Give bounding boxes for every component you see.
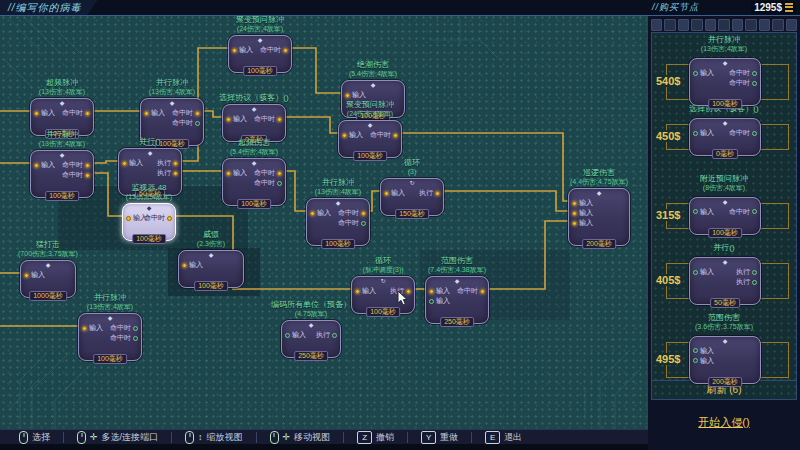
graph-node[interactable]: ◆输入命中时0毫秒 bbox=[689, 118, 761, 156]
graph-node[interactable]: ◆输入命中时命中时100毫秒 bbox=[306, 198, 370, 246]
input-port[interactable]: 输入 bbox=[285, 331, 306, 339]
output-port[interactable]: 命中时 bbox=[338, 219, 366, 227]
output-port[interactable]: 命中时 bbox=[62, 171, 90, 179]
shop-item[interactable]: 并行脉冲(13伤害;4敌军)540$◆输入命中时命中时100毫秒 bbox=[652, 33, 796, 102]
output-port[interactable]: 执行 bbox=[157, 169, 178, 177]
shop-tab[interactable] bbox=[691, 19, 702, 31]
shop-item[interactable]: 范围伤害(3.6伤害;3.75敌军)495$◆输入输入200毫秒 bbox=[652, 311, 796, 380]
output-port[interactable]: 命中时 bbox=[172, 109, 200, 117]
input-port[interactable]: 输入 bbox=[34, 161, 55, 169]
input-port[interactable]: 输入 bbox=[226, 115, 247, 123]
input-port[interactable]: 输入 bbox=[310, 209, 331, 217]
graph-node[interactable]: ◆输入输入输入200毫秒 bbox=[568, 188, 630, 246]
graph-node[interactable]: ◆输入输入200毫秒 bbox=[689, 336, 761, 384]
graph-node[interactable]: ◆输入命中时100毫秒 bbox=[228, 35, 292, 73]
input-port[interactable]: 输入 bbox=[693, 357, 714, 365]
graph-node[interactable]: ◆输入命中时100毫秒 bbox=[30, 98, 94, 136]
output-port[interactable]: 命中时 bbox=[338, 209, 366, 217]
input-port[interactable]: 输入 bbox=[693, 268, 714, 276]
shop-item[interactable]: 附近预问脉冲(8伤害;4敌军)315$◆输入命中时100毫秒 bbox=[652, 172, 796, 241]
output-port[interactable]: 命中时 bbox=[254, 169, 282, 177]
output-port[interactable]: 执行 bbox=[419, 189, 440, 197]
input-port[interactable]: 输入 bbox=[82, 324, 103, 332]
input-port[interactable]: 输入 bbox=[572, 199, 593, 207]
output-port[interactable]: 命中时 bbox=[370, 131, 398, 139]
port-dot bbox=[693, 209, 698, 214]
shop-tab[interactable] bbox=[678, 19, 689, 31]
graph-node[interactable]: ◆输入1000毫秒 bbox=[20, 260, 76, 298]
port-label: 输入 bbox=[579, 209, 593, 217]
input-port[interactable]: 输入 bbox=[144, 109, 165, 117]
output-port[interactable]: 命中时 bbox=[254, 115, 282, 123]
output-port[interactable]: 命中时 bbox=[172, 119, 200, 127]
input-port[interactable]: 输入 bbox=[572, 219, 593, 227]
input-port[interactable]: 输入 bbox=[693, 347, 714, 355]
shop-tab[interactable] bbox=[651, 19, 662, 31]
graph-node[interactable]: ◆输入100毫秒 bbox=[178, 250, 244, 288]
node-title: 循环(脉冲调度(3)) bbox=[318, 256, 448, 274]
graph-node[interactable]: ◆输入命中时命中时100毫秒 bbox=[78, 313, 142, 361]
node-canvas[interactable]: 超频脉冲(13伤害;4敌军)◆输入命中时100毫秒并行脉冲(13伤害;4敌军)◆… bbox=[0, 0, 648, 450]
output-port[interactable]: 执行 bbox=[736, 268, 757, 276]
graph-node[interactable]: ◆输入命中时命中时100毫秒 bbox=[30, 150, 94, 198]
shop-tab[interactable] bbox=[772, 19, 783, 31]
input-port[interactable]: 输入 bbox=[345, 91, 366, 99]
graph-node[interactable]: ◆输入输入命中时250毫秒 bbox=[425, 276, 489, 324]
input-port[interactable]: 输入 bbox=[693, 208, 714, 216]
graph-node[interactable]: ◆输入100毫秒 bbox=[341, 80, 405, 118]
output-port[interactable]: 命中时 bbox=[729, 79, 757, 87]
output-port[interactable]: 命中时 bbox=[110, 324, 138, 332]
output-port[interactable]: 命中时 bbox=[729, 69, 757, 77]
input-port[interactable]: 输入 bbox=[122, 159, 143, 167]
graph-node-selected[interactable]: ◆输入命中时100毫秒 bbox=[122, 203, 176, 241]
graph-node[interactable]: ◆输入命中时命中时100毫秒 bbox=[140, 98, 204, 146]
output-port[interactable]: 命中时 bbox=[62, 161, 90, 169]
input-port[interactable]: 输入 bbox=[182, 261, 203, 269]
input-port[interactable]: 输入 bbox=[232, 46, 253, 54]
graph-node[interactable]: ◆输入命中时命中时100毫秒 bbox=[689, 58, 761, 106]
output-port[interactable]: 命中时 bbox=[144, 214, 172, 222]
input-port[interactable]: 输入 bbox=[693, 129, 714, 137]
shop-tab[interactable] bbox=[705, 19, 716, 31]
cooldown-label: 0毫秒 bbox=[241, 135, 267, 145]
port-label: 输入 bbox=[349, 131, 363, 139]
input-port[interactable]: 输入 bbox=[693, 69, 714, 77]
shop-tab[interactable] bbox=[718, 19, 729, 31]
input-port[interactable]: 输入 bbox=[429, 287, 450, 295]
output-port[interactable]: 命中时 bbox=[729, 129, 757, 137]
shop-tab[interactable] bbox=[786, 19, 797, 31]
output-port[interactable]: 命中时 bbox=[254, 179, 282, 187]
input-port[interactable]: 输入 bbox=[226, 169, 247, 177]
start-invasion-button[interactable]: 开始入侵() bbox=[698, 416, 749, 428]
shop-item[interactable]: 选择协议（骇客）()450$◆输入命中时0毫秒 bbox=[652, 102, 796, 171]
input-port[interactable]: 输入 bbox=[342, 131, 363, 139]
input-port[interactable]: 输入 bbox=[429, 297, 450, 305]
output-port[interactable]: 执行 bbox=[736, 278, 757, 286]
shop-tab[interactable] bbox=[664, 19, 675, 31]
graph-node[interactable]: ◆输入命中时命中时100毫秒 bbox=[222, 158, 286, 206]
graph-node[interactable]: ↻输入执行150毫秒 bbox=[380, 178, 444, 216]
output-port[interactable]: 执行 bbox=[157, 159, 178, 167]
output-port[interactable]: 执行 bbox=[316, 331, 337, 339]
graph-node[interactable]: ◆输入命中时0毫秒 bbox=[222, 104, 286, 142]
graph-node[interactable]: ◆输入执行执行50毫秒 bbox=[118, 148, 182, 196]
output-port[interactable]: 命中时 bbox=[457, 287, 485, 295]
output-port[interactable]: 命中时 bbox=[62, 109, 90, 117]
shop-tab[interactable] bbox=[745, 19, 756, 31]
shop-tab[interactable] bbox=[732, 19, 743, 31]
graph-node[interactable]: ◆输入执行执行50毫秒 bbox=[689, 257, 761, 305]
input-port[interactable]: 输入 bbox=[572, 209, 593, 217]
output-port[interactable]: 命中时 bbox=[260, 46, 288, 54]
output-port[interactable]: 命中时 bbox=[729, 208, 757, 216]
shop-item[interactable]: 并行()405$◆输入执行执行50毫秒 bbox=[652, 241, 796, 310]
graph-node[interactable]: ◆输入命中时100毫秒 bbox=[689, 197, 761, 235]
graph-node[interactable]: ◆输入执行250毫秒 bbox=[281, 320, 341, 358]
output-port[interactable]: 命中时 bbox=[110, 334, 138, 342]
graph-node[interactable]: ◆输入命中时100毫秒 bbox=[338, 120, 402, 158]
input-port[interactable]: 输入 bbox=[355, 287, 376, 295]
port-label: 命中时 bbox=[62, 171, 83, 179]
input-port[interactable]: 输入 bbox=[34, 109, 55, 117]
shop-tab[interactable] bbox=[759, 19, 770, 31]
input-port[interactable]: 输入 bbox=[24, 271, 45, 279]
input-port[interactable]: 输入 bbox=[384, 189, 405, 197]
